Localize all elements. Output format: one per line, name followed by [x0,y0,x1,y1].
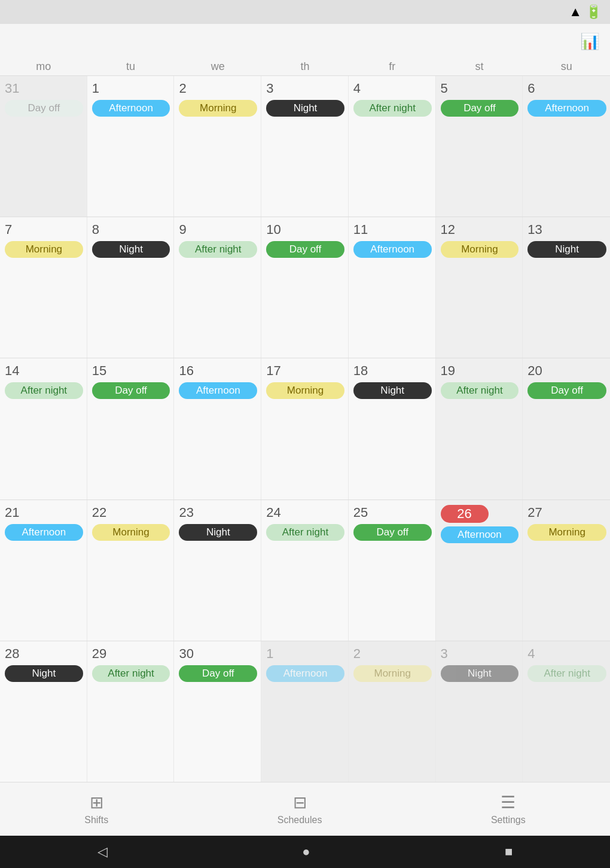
day-cell-12-week1[interactable]: 12Morning [436,217,523,358]
shift-badge: After night [441,382,519,399]
android-nav: ◁ ● ■ [0,836,610,868]
day-number: 2 [353,646,432,662]
dow-cell-st: st [436,57,523,75]
weeks-container: 31Day off1Afternoon2Morning3Night4After … [0,76,610,782]
day-cell-7-week1[interactable]: 7Morning [0,217,87,358]
day-cell-31-week0[interactable]: 31Day off [0,76,87,217]
day-number: 9 [179,222,257,237]
day-number: 13 [527,222,606,237]
nav-item-settings[interactable]: ☰Settings [491,793,526,826]
shift-badge: Day off [441,100,519,117]
day-cell-14-week2[interactable]: 14After night [0,358,87,499]
nav-label-schedules: Schedules [277,815,322,826]
chart-icon[interactable]: 📊 [580,32,599,51]
day-number: 6 [527,81,606,96]
day-cell-9-week1[interactable]: 9After night [174,217,261,358]
day-number: 28 [5,646,83,662]
nav-label-settings: Settings [491,815,526,826]
day-cell-10-week1[interactable]: 10Day off [261,217,349,358]
nav-label-shifts: Shifts [84,815,108,826]
day-number: 4 [527,646,606,662]
day-cell-30-week4[interactable]: 30Day off [174,641,261,782]
shift-badge: Night [527,241,606,258]
day-cell-15-week2[interactable]: 15Day off [87,358,175,499]
status-icons: ▲ 🔋 [569,4,602,20]
day-cell-13-week1[interactable]: 13Night [523,217,610,358]
shift-badge: Night [441,665,519,682]
day-cell-23-week3[interactable]: 23Night [174,500,261,641]
day-cell-4-week4[interactable]: 4After night [523,641,610,782]
day-cell-19-week2[interactable]: 19After night [436,358,523,499]
day-cell-2-week0[interactable]: 2Morning [174,76,261,217]
day-number: 8 [92,222,170,237]
nav-icon-shifts: ⊞ [90,793,103,812]
day-number: 10 [266,222,344,237]
day-number: 18 [353,363,432,379]
day-cell-1-week4[interactable]: 1Afternoon [261,641,349,782]
day-cell-2-week4[interactable]: 2Morning [349,641,436,782]
day-cell-18-week2[interactable]: 18Night [349,358,436,499]
day-number: 31 [5,81,83,96]
day-number: 19 [441,363,519,379]
shift-badge: Morning [5,241,83,258]
day-cell-25-week3[interactable]: 25Day off [349,500,436,641]
day-cell-11-week1[interactable]: 11Afternoon [349,217,436,358]
day-cell-3-week0[interactable]: 3Night [261,76,349,217]
day-cell-20-week2[interactable]: 20Day off [523,358,610,499]
dow-cell-fr: fr [349,57,436,75]
day-cell-8-week1[interactable]: 8Night [87,217,175,358]
day-cell-6-week0[interactable]: 6Afternoon [523,76,610,217]
back-button[interactable]: ◁ [97,844,108,860]
shift-badge: Morning [527,524,606,541]
day-number: 21 [5,505,83,520]
day-cell-27-week3[interactable]: 27Morning [523,500,610,641]
day-cell-28-week4[interactable]: 28Night [0,641,87,782]
shift-badge: Day off [92,382,170,399]
shift-badge: Night [179,524,257,541]
day-number: 20 [527,363,606,379]
app-header: 📊 [0,24,610,57]
day-cell-5-week0[interactable]: 5Day off [436,76,523,217]
shift-badge: After night [527,665,606,682]
week-row-4: 28Night29After night30Day off1Afternoon2… [0,641,610,782]
shift-badge: Morning [179,100,257,117]
home-button[interactable]: ● [302,844,310,860]
day-number: 14 [5,363,83,379]
day-cell-4-week0[interactable]: 4After night [349,76,436,217]
shift-badge: Afternoon [527,100,606,117]
day-number: 22 [92,505,170,520]
day-cell-3-week4[interactable]: 3Night [436,641,523,782]
day-number: 27 [527,505,606,520]
recents-button[interactable]: ■ [505,844,513,860]
day-number: 15 [92,363,170,379]
calendar: motuwethfrstsu 31Day off1Afternoon2Morni… [0,57,610,782]
day-number: 5 [441,81,519,96]
day-cell-22-week3[interactable]: 22Morning [87,500,175,641]
day-cell-29-week4[interactable]: 29After night [87,641,175,782]
shift-badge: After night [5,382,83,399]
day-cell-26-week3[interactable]: 26Afternoon [436,500,523,641]
shift-badge: Night [353,382,432,399]
battery-icon: 🔋 [585,4,602,20]
day-cell-16-week2[interactable]: 16Afternoon [174,358,261,499]
shift-badge: Morning [266,382,344,399]
dow-cell-su: su [523,57,610,75]
day-cell-24-week3[interactable]: 24After night [261,500,349,641]
week-row-0: 31Day off1Afternoon2Morning3Night4After … [0,76,610,217]
shift-badge: After night [179,241,257,258]
shift-badge: Afternoon [266,665,344,682]
nav-item-shifts[interactable]: ⊞Shifts [84,793,108,826]
dow-cell-mo: mo [0,57,87,75]
day-cell-17-week2[interactable]: 17Morning [261,358,349,499]
day-number: 11 [353,222,432,237]
day-number: 12 [441,222,519,237]
shift-badge: Afternoon [353,241,432,258]
nav-item-schedules[interactable]: ⊟Schedules [277,793,322,826]
shift-badge: Night [5,665,83,682]
shift-badge: After night [266,524,344,541]
day-cell-21-week3[interactable]: 21Afternoon [0,500,87,641]
shift-badge: Day off [179,665,257,682]
shift-badge: Afternoon [441,526,519,543]
day-cell-1-week0[interactable]: 1Afternoon [87,76,175,217]
bottom-nav: ⊞Shifts⊟Schedules☰Settings [0,782,610,836]
